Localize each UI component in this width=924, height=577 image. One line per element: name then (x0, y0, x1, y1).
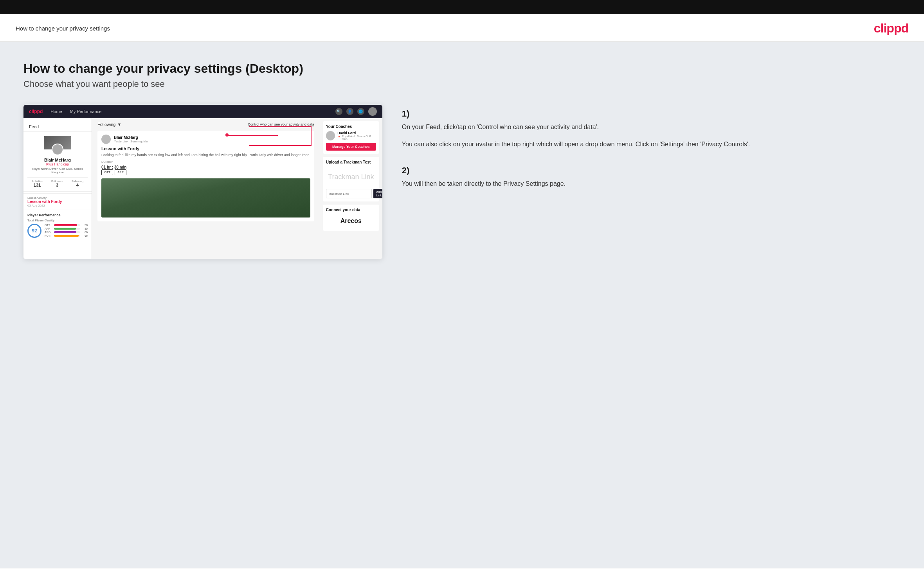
main-content: How to change your privacy settings (Des… (0, 42, 924, 568)
tpq-bar-num: 86 (81, 231, 88, 234)
location-icon: 📍 (337, 136, 341, 139)
trackman-link-label: Trackman Link (326, 167, 376, 187)
post-author-meta: Yesterday · Sunningdale (114, 140, 148, 143)
coach-row: David Ford 📍 Royal North Devon Golf Club (326, 131, 376, 140)
connect-title: Connect your data (326, 208, 376, 212)
app-nav-right: 🔍 👤 🌐 (335, 107, 377, 116)
app-right-panel: Your Coaches David Ford 📍 Royal North De… (320, 118, 382, 259)
coaches-card: Your Coaches David Ford 📍 Royal North De… (323, 121, 379, 154)
stat-followers-label: Followers (51, 180, 63, 183)
tpq-bar-num: 90 (81, 224, 88, 226)
globe-icon[interactable]: 🌐 (357, 108, 364, 115)
app-sidebar: Feed Blair McHarg Plus Handicap Royal No… (23, 118, 92, 259)
post-tags: OTT APP (101, 169, 310, 175)
instruction-2-num: 2) (402, 165, 901, 176)
player-performance-title: Player Performance (27, 213, 88, 217)
add-link-button[interactable]: Add Link (373, 189, 382, 198)
annotation-line (227, 135, 278, 136)
performance-section: Player Performance Total Player Quality … (23, 210, 92, 241)
instructions: 1) On your Feed, click/tap on 'Control w… (402, 105, 901, 205)
tpq-bar-fill (54, 228, 76, 230)
tpq-bar-num: 85 (81, 227, 88, 230)
site-footer: Copyright Clippd 2022 (0, 568, 924, 577)
profile-handicap: Plus Handicap (27, 162, 88, 166)
manage-coaches-button[interactable]: Manage Your Coaches (326, 143, 376, 151)
coaches-title: Your Coaches (326, 124, 376, 129)
instruction-1-num: 1) (402, 109, 901, 119)
tpq-bar-track (54, 228, 80, 230)
connect-card: Connect your data Arccos (323, 205, 379, 231)
profile-name: Blair McHarg (27, 158, 88, 162)
coach-avatar (326, 131, 335, 140)
instruction-2-text: You will then be taken directly to the P… (402, 179, 901, 189)
latest-activity-label: Latest Activity (27, 196, 88, 200)
dropdown-chevron-icon: ▼ (117, 122, 121, 127)
profile-club: Royal North Devon Golf Club, United King… (27, 167, 88, 174)
coach-info: David Ford 📍 Royal North Devon Golf Club (337, 131, 376, 140)
stat-following-value: 4 (72, 183, 83, 187)
post-duration-label: Duration (101, 160, 310, 164)
coach-club-text: Royal North Devon Golf Club (342, 135, 376, 140)
tag-ott: OTT (101, 169, 113, 175)
app-body: Feed Blair McHarg Plus Handicap Royal No… (23, 118, 382, 259)
trackman-input-row: Add Link (326, 189, 376, 198)
tpq-bar-label: OTT (45, 224, 52, 226)
post-author-avatar (101, 135, 111, 144)
stat-activities-value: 131 (32, 183, 43, 187)
following-label: Following (97, 122, 115, 127)
tpq-bar-fill (54, 224, 77, 226)
site-header: How to change your privacy settings clip… (0, 14, 924, 42)
profile-stats: Activities 131 Followers 3 Following 4 (27, 177, 88, 187)
stat-followers-value: 3 (51, 183, 63, 187)
tpq-bar-track (54, 235, 80, 237)
stat-activities: Activities 131 (32, 180, 43, 187)
page-title: How to change your privacy settings (Des… (23, 61, 901, 76)
instruction-1-extra: You can also click on your avatar in the… (402, 139, 901, 149)
user-icon[interactable]: 👤 (346, 108, 353, 115)
post-duration-value: 01 hr : 30 min (101, 165, 310, 169)
trackman-card: Upload a Trackman Test Trackman Link Add… (323, 157, 379, 201)
instruction-1-text: On your Feed, click/tap on 'Control who … (402, 122, 901, 132)
following-dropdown[interactable]: Following ▼ (97, 122, 121, 127)
post-image (101, 178, 310, 217)
tpq-bar-label: PUTT (45, 234, 52, 237)
post-image-overlay (101, 178, 310, 217)
app-nav-logo: clippd (29, 109, 43, 114)
profile-avatar (52, 144, 63, 155)
instruction-1: 1) On your Feed, click/tap on 'Control w… (402, 109, 901, 150)
post-author-info: Blair McHarg Yesterday · Sunningdale (114, 135, 148, 143)
latest-activity-value: Lesson with Fordy (27, 200, 88, 204)
content-row: clippd Home My Performance 🔍 👤 🌐 Feed (23, 105, 901, 259)
feed-tab[interactable]: Feed (23, 122, 92, 132)
profile-avatar-area (44, 136, 71, 155)
tpq-bar-fill (54, 231, 76, 233)
coach-club: 📍 Royal North Devon Golf Club (337, 135, 376, 140)
nav-avatar[interactable] (368, 107, 377, 116)
coach-name: David Ford (337, 131, 376, 135)
tpq-bar-label: APP (45, 227, 52, 230)
instruction-2: 2) You will then be taken directly to th… (402, 165, 901, 189)
search-icon[interactable]: 🔍 (335, 108, 342, 115)
stat-following-label: Following (72, 180, 83, 183)
app-nav-performance[interactable]: My Performance (70, 109, 102, 114)
page-subtitle: Choose what you want people to see (23, 79, 901, 89)
app-screenshot-wrapper: clippd Home My Performance 🔍 👤 🌐 Feed (23, 105, 382, 259)
app-nav-home[interactable]: Home (50, 109, 62, 114)
post-title: Lesson with Fordy (101, 146, 310, 151)
trackman-input[interactable] (326, 189, 372, 198)
page-breadcrumb: How to change your privacy settings (16, 25, 110, 32)
clippd-logo: clippd (874, 21, 908, 36)
tpq-bar-label: ARG (45, 231, 52, 234)
profile-card: Blair McHarg Plus Handicap Royal North D… (23, 132, 92, 192)
stat-activities-label: Activities (32, 180, 43, 183)
post-author-name: Blair McHarg (114, 135, 148, 140)
tpq-bar-num: 96 (81, 234, 88, 237)
stat-following: Following 4 (72, 180, 83, 187)
control-privacy-link[interactable]: Control who can see your activity and da… (248, 122, 314, 126)
tpq-bar-track (54, 224, 80, 226)
tpq-bars: OTT 90 APP 85 ARG 86 PUTT 96 (45, 224, 88, 238)
tpq-score: 92 (27, 224, 41, 238)
tpq-row: 92 OTT 90 APP 85 ARG 86 (27, 224, 88, 238)
annotation-box (249, 126, 312, 146)
latest-activity-date: 03 Aug 2022 (27, 204, 88, 207)
